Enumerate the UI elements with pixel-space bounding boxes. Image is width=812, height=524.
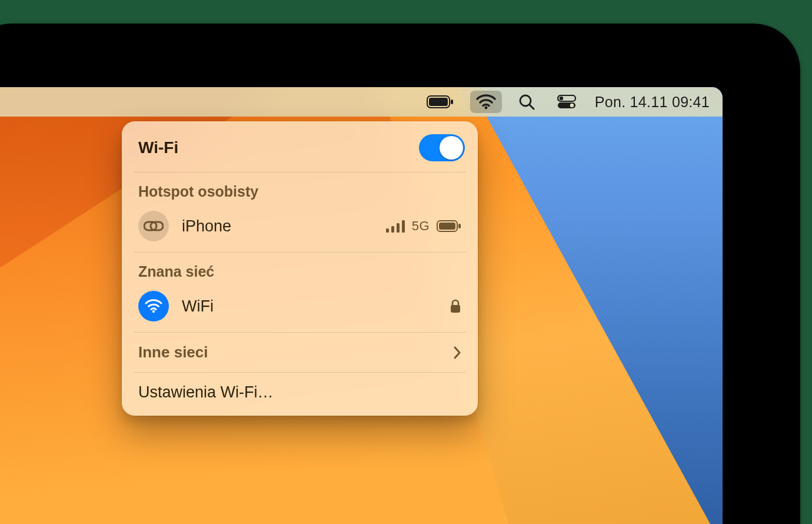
cellular-signal-icon (386, 220, 405, 233)
other-networks-label: Inne sieci (138, 343, 208, 362)
svg-rect-12 (397, 223, 400, 233)
personal-hotspot-section-label: Hotspot osobisty (122, 173, 478, 207)
svg-rect-18 (451, 305, 460, 313)
hotspot-name: iPhone (182, 217, 373, 236)
wifi-settings-row[interactable]: Ustawienia Wi-Fi… (122, 373, 478, 410)
wifi-connected-icon (138, 291, 169, 321)
svg-rect-11 (391, 226, 394, 233)
hotspot-status: 5G (386, 218, 461, 234)
popover-title: Wi-Fi (138, 138, 178, 157)
other-networks-row[interactable]: Inne sieci (122, 333, 478, 372)
backdrop: Pon. 14.11 09:41 Wi-Fi Hotspot osobisty (0, 0, 812, 524)
hotspot-row[interactable]: iPhone 5G (122, 207, 478, 252)
wifi-menu-icon[interactable] (470, 91, 502, 113)
cellular-label: 5G (412, 218, 430, 234)
battery-status-icon[interactable] (421, 87, 460, 117)
svg-line-5 (530, 105, 534, 109)
svg-rect-16 (458, 224, 461, 228)
svg-rect-10 (386, 228, 389, 233)
spotlight-search-icon[interactable] (513, 87, 541, 117)
hotspot-icon (138, 211, 169, 241)
svg-point-7 (560, 97, 563, 100)
wifi-popover: Wi-Fi Hotspot osobisty iPhone (122, 121, 478, 416)
known-network-section-label: Znana sieć (122, 253, 478, 287)
svg-point-9 (570, 104, 574, 107)
hotspot-battery-icon (437, 220, 461, 232)
menu-bar: Pon. 14.11 09:41 (0, 87, 723, 117)
known-network-name: WiFi (182, 297, 437, 316)
wifi-settings-label: Ustawienia Wi-Fi… (138, 383, 274, 401)
control-center-icon[interactable] (551, 87, 582, 117)
svg-point-3 (484, 107, 487, 110)
known-network-row[interactable]: WiFi (122, 287, 478, 332)
lock-icon (450, 299, 461, 314)
wifi-toggle[interactable] (419, 134, 465, 161)
desktop: Pon. 14.11 09:41 Wi-Fi Hotspot osobisty (0, 87, 723, 524)
svg-rect-15 (439, 223, 455, 230)
svg-rect-13 (402, 220, 405, 233)
menu-bar-clock[interactable]: Pon. 14.11 09:41 (593, 94, 710, 111)
svg-point-17 (152, 310, 155, 313)
toggle-knob (440, 136, 463, 160)
svg-rect-2 (451, 100, 453, 104)
svg-rect-1 (429, 98, 448, 106)
chevron-right-icon (453, 346, 461, 360)
